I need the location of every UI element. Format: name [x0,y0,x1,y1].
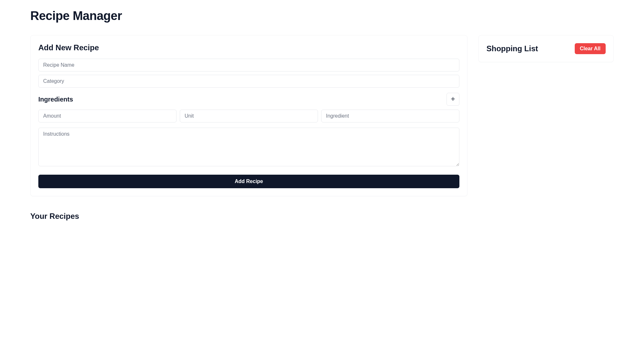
your-recipes-title: Your Recipes [30,212,467,221]
page-title: Recipe Manager [30,9,614,23]
left-column: Add New Recipe Ingredients Add Re [30,35,467,221]
main-layout: Add New Recipe Ingredients Add Re [30,35,614,221]
ingredients-label: Ingredients [38,96,73,103]
ingredient-input[interactable] [321,110,459,122]
plus-icon [450,96,456,103]
add-recipe-card: Add New Recipe Ingredients Add Re [30,35,467,196]
ingredient-row [38,110,459,122]
add-ingredient-button[interactable] [447,93,459,106]
shopping-list-card: Shopping List Clear All [478,35,614,62]
clear-all-button[interactable]: Clear All [575,43,606,54]
unit-input[interactable] [180,110,318,122]
instructions-textarea[interactable] [38,128,459,166]
add-recipe-form [38,59,459,88]
shopping-list-header: Shopping List Clear All [486,43,606,54]
right-column: Shopping List Clear All [478,35,614,62]
category-input[interactable] [38,75,459,88]
ingredients-header: Ingredients [38,93,459,106]
add-recipe-button[interactable]: Add Recipe [38,175,459,188]
add-recipe-title: Add New Recipe [38,43,459,52]
amount-input[interactable] [38,110,177,122]
shopping-list-title: Shopping List [486,44,538,53]
recipe-name-input[interactable] [38,59,459,72]
